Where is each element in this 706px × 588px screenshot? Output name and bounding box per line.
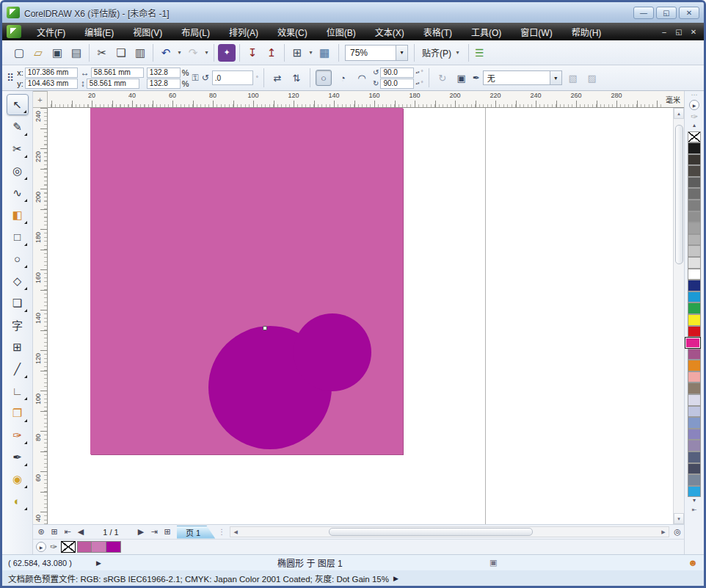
document-palette-swatch-1[interactable] [77, 541, 92, 553]
minimize-button[interactable]: — [633, 7, 654, 19]
menu-item-5[interactable]: 排列(A) [219, 23, 268, 40]
lock-ratio-icon[interactable]: ⚿ [192, 73, 199, 83]
ellipse-tool[interactable]: ○ [7, 248, 29, 269]
palette-swatch-29[interactable] [688, 463, 701, 475]
menu-item-7[interactable]: 位图(B) [317, 23, 365, 40]
application-launcher-icon[interactable]: ⊞ [288, 44, 306, 62]
palette-swatch-25[interactable] [688, 417, 701, 429]
restore-button[interactable]: ◱ [656, 7, 677, 19]
ruler-origin-icon[interactable]: + [33, 91, 48, 108]
menu-item-11[interactable]: 窗口(W) [511, 23, 561, 40]
arc-start-spinner[interactable]: ▴▾ [415, 70, 419, 74]
zoom-tool[interactable]: ◎ [7, 160, 29, 181]
last-page-icon[interactable]: ⇥ [148, 527, 161, 537]
outline-width-select[interactable]: 无 ▾ [483, 70, 562, 85]
splitter-grip-icon[interactable]: ⋮ [215, 528, 228, 536]
zoom-fit-icon[interactable]: ◎ [671, 527, 684, 537]
basic-shapes-tool[interactable]: ❏ [7, 292, 29, 313]
node-handle[interactable] [263, 326, 267, 330]
dimension-tool[interactable]: ╱ [7, 358, 29, 380]
document-palette-no-color-swatch[interactable] [61, 541, 76, 553]
paste-icon[interactable]: ▥ [131, 44, 149, 62]
add-page-before-icon[interactable]: ⊞ [48, 527, 61, 537]
print-icon[interactable]: ▤ [68, 44, 85, 62]
menu-item-4[interactable]: 布局(L) [172, 23, 219, 40]
palette-swatch-21[interactable] [688, 371, 701, 383]
vertical-scroll-thumb[interactable] [675, 125, 683, 264]
document-palette-flyout-icon[interactable]: ▶ [36, 542, 46, 552]
mirror-horizontal-button[interactable]: ⇄ [269, 70, 285, 86]
page-tab[interactable]: 页 1 [177, 526, 215, 539]
palette-grip-icon[interactable]: ⋯ [691, 92, 698, 98]
menu-item-3[interactable]: 视图(V) [123, 23, 172, 40]
menu-item-2[interactable]: 编辑(E) [75, 23, 123, 40]
add-page-after-icon[interactable]: ⊞ [161, 527, 174, 537]
shape-tool[interactable]: ✎ [7, 116, 29, 137]
snap-dropdown-icon[interactable]: ▾ [454, 49, 461, 56]
palette-swatch-18[interactable] [685, 337, 701, 349]
first-page-icon[interactable]: ⇤ [61, 527, 74, 537]
palette-no-color-swatch[interactable] [688, 131, 701, 142]
palette-flyout-icon[interactable]: ▶ [689, 100, 699, 110]
palette-swatch-15[interactable] [688, 302, 701, 314]
mirror-vertical-button[interactable]: ⇅ [288, 70, 305, 86]
vertical-ruler[interactable]: 240220200180160140120100806040 [33, 108, 48, 524]
color-profile-flyout-icon[interactable]: ▶ [393, 575, 399, 582]
import-icon[interactable]: ↧ [244, 44, 261, 62]
menu-item-1[interactable]: 文件(F) [27, 23, 75, 40]
arc-end-spinner[interactable]: ▴▾ [415, 81, 419, 85]
to-front-button[interactable]: ▧ [565, 70, 581, 86]
palette-expand-icon[interactable]: ⇤ [692, 507, 697, 516]
new-document-icon[interactable]: ▢ [10, 44, 28, 62]
zoom-dropdown-icon[interactable]: ▾ [396, 46, 407, 60]
palette-scroll-up-icon[interactable]: ▴ [693, 122, 696, 131]
document-palette-swatch-2[interactable] [92, 541, 106, 553]
palette-swatch-31[interactable] [688, 486, 701, 498]
horizontal-ruler[interactable]: 20406080100120140160180200220240260280 [48, 91, 662, 108]
to-back-button[interactable]: ▨ [584, 70, 600, 86]
redo-icon-dropdown[interactable]: ▾ [203, 49, 210, 56]
document-palette-eyedropper-icon[interactable]: ✑ [48, 542, 59, 552]
close-button[interactable]: ✕ [679, 7, 699, 19]
palette-swatch-13[interactable] [688, 280, 701, 291]
outline-pen-tool[interactable]: ✒ [7, 446, 29, 468]
palette-swatch-19[interactable] [688, 349, 701, 360]
connector-tool[interactable]: ∟ [7, 380, 29, 402]
ellipse-mode-button[interactable]: ○ [316, 70, 332, 86]
pick-tool[interactable]: ↖ [7, 94, 29, 115]
palette-swatch-6[interactable] [688, 200, 701, 211]
horizontal-scrollbar[interactable]: ◀ ▶ [230, 526, 669, 537]
text-tool[interactable]: 字 [7, 314, 29, 335]
document-minimize-button[interactable]: – [657, 28, 672, 36]
open-icon[interactable]: ▱ [29, 44, 47, 62]
palette-swatch-16[interactable] [688, 314, 701, 326]
options-icon[interactable]: ☰ [470, 47, 489, 59]
palette-swatch-11[interactable] [688, 257, 701, 269]
drop-shadow-tool[interactable]: ❐ [7, 402, 29, 424]
object-width-field[interactable]: 58.561 mm [91, 68, 144, 78]
arc-end-field[interactable]: 90.0 [380, 79, 414, 89]
palette-swatch-9[interactable] [688, 234, 701, 246]
zoom-level-select[interactable]: 75% ▾ [345, 45, 408, 61]
page-options-icon[interactable]: ⊛ [34, 527, 48, 537]
menu-item-8[interactable]: 文本(X) [365, 23, 414, 40]
undo-icon-dropdown[interactable]: ▾ [176, 49, 183, 56]
palette-swatch-10[interactable] [688, 245, 701, 257]
palette-swatch-17[interactable] [688, 326, 701, 338]
previous-page-icon[interactable]: ◀ [74, 527, 87, 537]
interactive-fill-tool[interactable]: ◐ [7, 490, 29, 512]
palette-swatch-3[interactable] [688, 165, 701, 177]
rotation-angle-field[interactable]: .0 [212, 70, 253, 85]
menu-item-12[interactable]: 帮助(H) [562, 23, 611, 40]
palette-swatch-20[interactable] [688, 360, 701, 371]
scroll-down-icon[interactable]: ▾ [674, 513, 684, 524]
palette-swatch-1[interactable] [688, 142, 701, 154]
status-flyout-icon[interactable]: ▶ [96, 559, 101, 567]
object-height-field[interactable]: 58.561 mm [87, 79, 139, 89]
palette-swatch-4[interactable] [688, 177, 701, 189]
copy-icon[interactable]: ❏ [112, 44, 130, 62]
arc-mode-button[interactable]: ◠ [354, 70, 370, 86]
palette-swatch-23[interactable] [688, 394, 701, 406]
undo-icon[interactable]: ↶ [157, 44, 175, 62]
document-palette-swatch-3[interactable] [106, 541, 121, 553]
